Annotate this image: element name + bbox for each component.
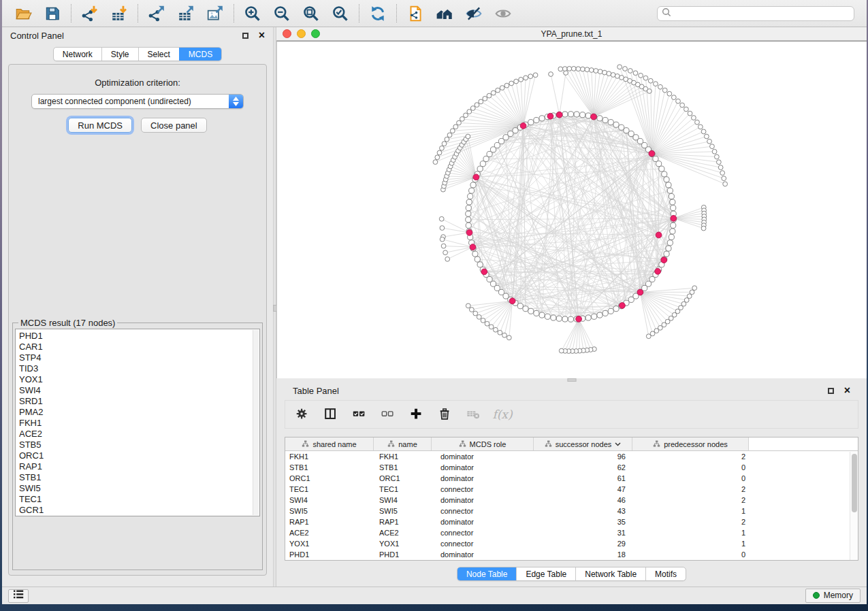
mcds-result-item[interactable]: SRD1 [19, 396, 250, 407]
share-network-document-icon[interactable] [404, 3, 426, 24]
mcds-result-item[interactable]: STP4 [19, 352, 250, 363]
table-row[interactable]: YOX1YOX1connector291 [285, 538, 858, 549]
close-panel-button[interactable]: Close panel [141, 118, 207, 133]
zoom-selected-icon[interactable] [329, 3, 351, 24]
panel-menu-button[interactable] [8, 589, 29, 603]
search-input[interactable] [674, 9, 850, 18]
memory-button[interactable]: Memory [805, 589, 861, 603]
mcds-result-item[interactable]: CAR1 [19, 342, 250, 352]
toolbar-group [71, 4, 138, 22]
mcds-result-item[interactable]: SWI4 [19, 385, 250, 396]
mcds-result-item[interactable]: YOX1 [19, 374, 250, 385]
delete-rows-icon[interactable] [436, 406, 454, 423]
close-table-panel-icon[interactable]: × [844, 387, 850, 394]
table-row[interactable]: PHD1PHD1dominator180 [285, 549, 858, 560]
float-table-panel-icon[interactable] [828, 388, 834, 394]
network-canvas[interactable] [276, 41, 867, 378]
tab-mcds[interactable]: MCDS [179, 48, 221, 61]
mcds-result-item[interactable]: PHD1 [19, 331, 250, 342]
mcds-result-item[interactable]: ACE2 [19, 429, 250, 440]
mcds-result-item[interactable]: FKH1 [19, 418, 250, 429]
column-header-predecessor-nodes[interactable]: predecessor nodes [632, 437, 749, 450]
table-scrollbar[interactable] [850, 452, 858, 560]
refresh-layout-icon[interactable] [367, 3, 389, 24]
table-cell: FKH1 [285, 452, 374, 461]
mcds-result-item[interactable]: RAP1 [19, 461, 250, 472]
zoom-out-icon[interactable] [271, 3, 293, 24]
tab-style[interactable]: Style [101, 48, 138, 61]
mcds-result-item[interactable]: GCR1 [19, 505, 250, 516]
tab-network-table[interactable]: Network Table [575, 567, 645, 580]
select-all-rows-icon[interactable] [351, 406, 368, 423]
table-cell: YOX1 [374, 540, 432, 548]
maximize-window-icon[interactable] [311, 29, 320, 38]
import-network-icon[interactable] [79, 3, 101, 24]
mcds-result-item[interactable]: TEC1 [19, 494, 250, 505]
mcds-list-scrollbar[interactable] [253, 330, 259, 515]
hide-graphics-details-icon[interactable] [463, 3, 485, 24]
table-cell: 46 [534, 496, 632, 504]
mcds-result-item[interactable]: ORC1 [19, 450, 250, 461]
table-row[interactable]: TEC1TEC1connector472 [285, 484, 858, 495]
zoom-in-icon[interactable] [242, 3, 263, 24]
tab-network[interactable]: Network [54, 48, 101, 61]
network-graph[interactable] [277, 42, 867, 378]
table-row[interactable]: RAP1RAP1dominator352 [285, 516, 858, 527]
horizontal-splitter[interactable] [276, 378, 867, 382]
optimization-criterion-select[interactable]: largest connected component (undirected) [31, 94, 244, 109]
column-header-shared-name[interactable]: shared name [285, 437, 374, 450]
table-cell: 2 [632, 518, 749, 526]
toolbar-group [5, 4, 71, 22]
save-session-icon[interactable] [42, 3, 63, 24]
table-settings-icon[interactable] [293, 406, 311, 423]
horizontal-splitter-handle[interactable] [567, 378, 576, 382]
tab-edge-table[interactable]: Edge Table [516, 567, 575, 580]
toolbar-icon-groups [5, 0, 521, 27]
mcds-result-item[interactable]: STB1 [19, 472, 250, 483]
add-row-icon[interactable] [408, 406, 425, 423]
table-row[interactable]: ORC1ORC1dominator610 [285, 473, 858, 484]
mcds-result-item[interactable]: SWI5 [19, 483, 250, 494]
table-row[interactable]: SWI5SWI5connector431 [285, 506, 858, 516]
close-panel-icon[interactable]: × [259, 32, 265, 39]
column-header-successor-nodes[interactable]: successor nodes [534, 437, 632, 450]
search-box[interactable] [657, 6, 854, 21]
column-header-name[interactable]: name [374, 437, 432, 450]
toggle-panel-columns-icon[interactable] [322, 406, 340, 423]
zoom-fit-icon[interactable] [300, 3, 322, 24]
show-graphics-details-icon [492, 3, 514, 24]
deselect-all-rows-icon[interactable] [379, 406, 397, 423]
float-panel-icon[interactable] [242, 33, 248, 39]
table-row[interactable]: SWI4SWI4dominator462 [285, 495, 858, 506]
tab-motifs[interactable]: Motifs [645, 567, 686, 580]
table-scrollbar-thumb[interactable] [852, 454, 857, 512]
table-cell: PHD1 [374, 550, 432, 559]
import-table-icon[interactable] [108, 3, 130, 24]
table-cell: 61 [534, 474, 632, 482]
main-toolbar [2, 0, 867, 27]
open-file-icon[interactable] [12, 3, 34, 24]
control-panel-tabs: NetworkStyleSelectMCDS [53, 47, 222, 61]
table-cell: YOX1 [285, 540, 374, 548]
home-networks-icon[interactable] [434, 3, 455, 24]
close-window-icon[interactable] [283, 29, 291, 38]
export-table-icon[interactable] [175, 3, 197, 24]
tab-node-table[interactable]: Node Table [457, 567, 517, 580]
tab-select[interactable]: Select [138, 48, 179, 61]
column-header-mcds-role[interactable]: MCDS role [432, 437, 534, 450]
table-cell: connector [432, 540, 534, 548]
export-network-icon[interactable] [146, 3, 167, 24]
mcds-result-item[interactable]: PMA2 [19, 407, 250, 418]
toolbar-group [138, 4, 234, 22]
mcds-result-item[interactable]: TID3 [19, 363, 250, 374]
table-row[interactable]: ACE2ACE2connector311 [285, 527, 858, 538]
run-mcds-button[interactable]: Run MCDS [68, 118, 132, 133]
mcds-result-list[interactable]: PHD1CAR1STP4TID3YOX1SWI4SRD1PMA2FKH1ACE2… [15, 329, 260, 516]
network-view-titlebar: YPA_prune.txt_1 [276, 27, 867, 41]
table-row[interactable]: STB1STB1dominator620 [285, 462, 858, 473]
mcds-result-item[interactable]: STB5 [19, 440, 250, 450]
export-image-icon[interactable] [204, 3, 226, 24]
table-row[interactable]: FKH1FKH1dominator962 [285, 451, 858, 462]
minimize-window-icon[interactable] [297, 29, 306, 38]
table-cell: 0 [632, 474, 749, 482]
